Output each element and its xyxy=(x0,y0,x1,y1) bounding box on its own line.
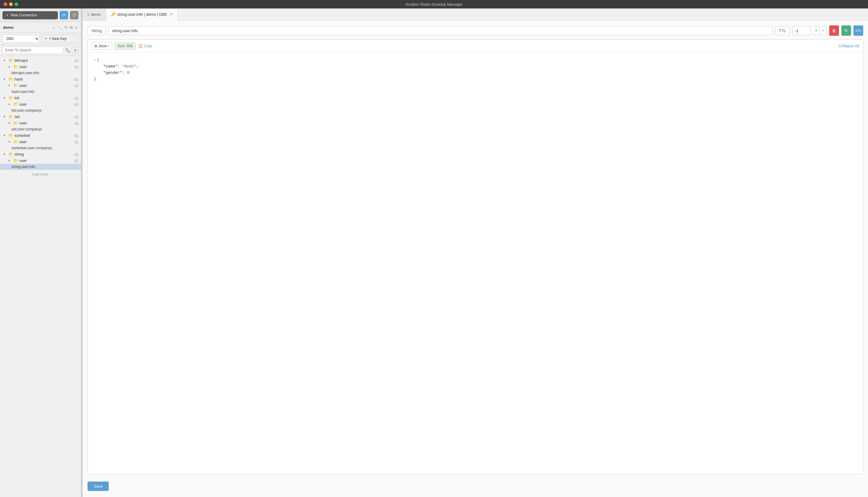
tree-leaf-bitmaps-user-info[interactable]: bitmaps:user:info xyxy=(0,70,81,76)
home-icon[interactable]: ⌂ xyxy=(52,25,55,30)
sidebar: ＋ New Connection ⟳ ⏱ demo ⌂ ＞_ ↻ ⊞ ∧ xyxy=(0,9,81,497)
tabs-bar: ℹ demo 🔑 string:user:info | demo | DB0 ✕ xyxy=(83,9,868,20)
load-more[interactable]: load more xyxy=(0,170,81,179)
tree-item-hash[interactable]: ▾ 📁 hash (1) xyxy=(0,76,81,82)
tab-key-label: string:user:info | demo | DB0 xyxy=(117,12,167,17)
main-content: ℹ demo 🔑 string:user:info | demo | DB0 ✕… xyxy=(83,9,868,497)
minimize-button[interactable] xyxy=(9,2,13,6)
tree-item-sortedset-user[interactable]: ▾ 📁 user (1) xyxy=(0,139,81,145)
sidebar-toolbar: ＋ New Connection ⟳ ⏱ xyxy=(0,9,81,22)
new-key-button[interactable]: ＋ + New Key xyxy=(42,34,79,43)
chevron-icon: ▾ xyxy=(9,140,12,143)
tree-leaf-set-user-companys[interactable]: set:user:companys xyxy=(0,126,81,132)
chevron-icon: ▾ xyxy=(4,134,7,137)
tree-item-set-user[interactable]: ▾ 📁 user (1) xyxy=(0,120,81,126)
chevron-icon: ▾ xyxy=(4,59,7,62)
connection-header: demo ⌂ ＞_ ↻ ⊞ ∧ xyxy=(0,22,81,33)
format-chevron-icon: ▾ xyxy=(108,44,109,47)
new-connection-label: New Connection xyxy=(11,13,37,17)
folder-icon: 📁 xyxy=(9,152,13,156)
tab-close-button[interactable]: ✕ xyxy=(170,12,173,16)
tree-item-label: bitmaps xyxy=(15,58,28,63)
folder-icon: 📁 xyxy=(13,121,18,125)
tree-item-label: list xyxy=(15,96,19,100)
plus-icon: ＋ xyxy=(5,13,9,18)
close-button[interactable] xyxy=(4,2,7,6)
ttl-confirm-button[interactable]: ✓ xyxy=(820,26,827,35)
tree-item-hash-user[interactable]: ▾ 📁 user (1) xyxy=(0,82,81,89)
ttl-actions: ✕ ✓ xyxy=(813,26,827,35)
key-icon: 🔑 xyxy=(111,12,115,16)
search-bar: 🔍 ⊞ xyxy=(0,45,81,56)
refresh-connection-button[interactable]: ⟳ xyxy=(60,11,68,19)
new-connection-button[interactable]: ＋ New Connection xyxy=(2,11,58,19)
tree-item-string-user[interactable]: ▾ 📁 user (1) xyxy=(0,157,81,164)
tree-item-list-user[interactable]: ▾ 📁 user (1) xyxy=(0,101,81,108)
tree-item-count: (1) xyxy=(74,159,79,162)
history-button[interactable]: ⏱ xyxy=(70,11,79,19)
tree: ▾ 📁 bitmaps (1) ▾ 📁 user (1) bitmaps:use… xyxy=(0,56,81,497)
code-view-button[interactable]: </> xyxy=(853,25,863,36)
ttl-clear-button[interactable]: ✕ xyxy=(813,26,820,35)
folder-icon: 📁 xyxy=(13,83,18,88)
terminal-icon[interactable]: ＞_ xyxy=(57,25,63,30)
tab-key[interactable]: 🔑 string:user:info | demo | DB0 ✕ xyxy=(106,9,178,20)
tree-item-label: user xyxy=(19,65,27,69)
ttl-label: TTL xyxy=(775,26,790,35)
leaf-label: bitmaps:user:info xyxy=(12,71,39,75)
chevron-icon: ▾ xyxy=(4,153,7,156)
ttl-input[interactable] xyxy=(792,26,810,35)
info-icon: ℹ xyxy=(87,12,89,17)
tree-item-sortedset[interactable]: ▾ 📁 sortedset (1) xyxy=(0,132,81,139)
tree-item-count: (1) xyxy=(74,134,79,138)
refresh-icon: ↻ xyxy=(844,28,848,33)
maximize-button[interactable] xyxy=(15,2,18,6)
search-input[interactable] xyxy=(2,47,63,54)
window-title: Another Redis Desktop Manager xyxy=(406,2,463,7)
titlebar: Another Redis Desktop Manager xyxy=(0,0,868,9)
search-grid-button[interactable]: ⊞ xyxy=(72,47,79,54)
tree-item-label: string xyxy=(15,152,24,156)
reload-icon[interactable]: ↻ xyxy=(65,25,68,30)
format-select[interactable]: ⊞ Json ▾ xyxy=(92,42,112,49)
grid-icon[interactable]: ⊞ xyxy=(70,25,73,30)
key-name-input[interactable] xyxy=(108,26,773,35)
collapse-all-button[interactable]: Collapse All xyxy=(839,44,859,48)
search-button[interactable]: 🔍 xyxy=(65,48,70,53)
key-toolbar: String TTL ✕ ✓ 🗑 ↻ </> xyxy=(87,25,863,36)
clock-icon: ⏱ xyxy=(72,13,76,17)
copy-button[interactable]: 📋 Copy xyxy=(138,44,152,48)
tab-demo[interactable]: ℹ demo xyxy=(83,9,106,20)
tree-item-set[interactable]: ▾ 📁 set (1) xyxy=(0,114,81,120)
save-area: Save xyxy=(87,478,863,492)
tree-leaf-string-user-info[interactable]: string:user:info xyxy=(0,164,81,170)
json-gender-key: "gender" xyxy=(103,71,122,75)
tree-item-count: (1) xyxy=(74,59,79,62)
delete-key-button[interactable]: 🗑 xyxy=(829,25,839,36)
tree-item-bitmaps[interactable]: ▾ 📁 bitmaps (1) xyxy=(0,57,81,63)
collapse-icon[interactable]: ∧ xyxy=(75,25,78,30)
db-toolbar: DB0 DB1 DB2 ＋ + New Key xyxy=(0,33,81,45)
collapse-all-label: Collapse All xyxy=(839,44,859,48)
tree-leaf-list-user-companys[interactable]: list:user:companys xyxy=(0,108,81,114)
chevron-icon: ▾ xyxy=(4,96,7,100)
tree-item-list[interactable]: ▾ 📁 list (1) xyxy=(0,95,81,101)
tree-item-label: hash xyxy=(15,77,23,82)
value-toolbar: ⊞ Json ▾ Size: 39B 📋 Copy Collapse All xyxy=(88,40,863,52)
tree-item-label: user xyxy=(19,140,27,144)
folder-icon: 📁 xyxy=(9,114,13,119)
tree-leaf-hash-user-info[interactable]: hash:user:info xyxy=(0,89,81,95)
chevron-icon: ▾ xyxy=(4,115,7,118)
db-select[interactable]: DB0 DB1 DB2 xyxy=(2,35,40,43)
json-collapse-icon[interactable]: ▾ xyxy=(94,59,96,62)
tree-item-label: user xyxy=(19,102,27,106)
leaf-label: set:user:companys xyxy=(12,127,42,131)
tree-leaf-sortedset-user-companys[interactable]: sortedset:user:companys xyxy=(0,145,81,151)
json-close-brace: } xyxy=(94,76,96,81)
save-button[interactable]: Save xyxy=(87,482,109,491)
json-name-key: "name" xyxy=(103,64,117,69)
tree-item-string[interactable]: ▾ 📁 string (1) xyxy=(0,151,81,157)
tree-item-bitmaps-user[interactable]: ▾ 📁 user (1) xyxy=(0,63,81,70)
new-key-plus-icon: ＋ xyxy=(44,36,48,41)
refresh-key-button[interactable]: ↻ xyxy=(841,25,851,36)
